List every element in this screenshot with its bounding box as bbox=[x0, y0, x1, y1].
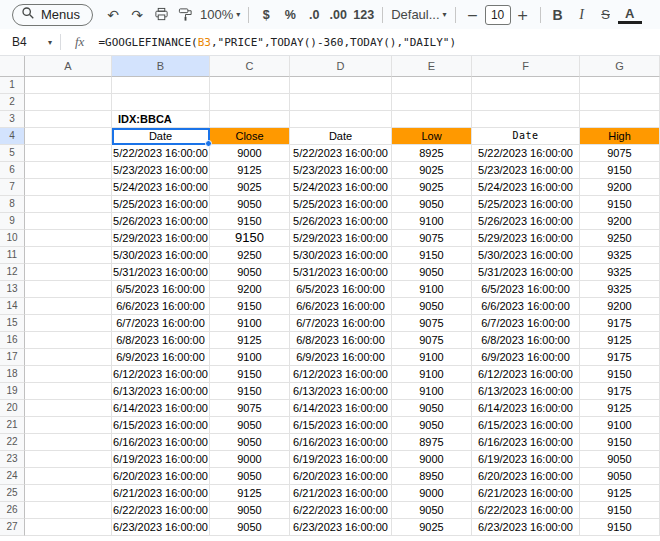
cell-G14[interactable]: 9200 bbox=[580, 298, 660, 315]
cell-E18[interactable]: 9100 bbox=[392, 366, 472, 383]
format-currency-button[interactable]: $ bbox=[254, 3, 278, 27]
column-header-C[interactable]: C bbox=[210, 56, 290, 77]
cell-A7[interactable] bbox=[25, 179, 112, 196]
cell-G24[interactable]: 9050 bbox=[580, 468, 660, 485]
cell-A9[interactable] bbox=[25, 213, 112, 230]
cell-F1[interactable] bbox=[472, 77, 580, 94]
row-header-27[interactable]: 27 bbox=[0, 519, 25, 536]
row-header-17[interactable]: 17 bbox=[0, 349, 25, 366]
cell-C23[interactable]: 9000 bbox=[210, 451, 290, 468]
cell-G19[interactable]: 9175 bbox=[580, 383, 660, 400]
cell-E13[interactable]: 9100 bbox=[392, 281, 472, 298]
cell-D26[interactable]: 6/22/2023 16:00:00 bbox=[290, 502, 392, 519]
cell-E7[interactable]: 9025 bbox=[392, 179, 472, 196]
cell-D6[interactable]: 5/23/2023 16:00:00 bbox=[290, 162, 392, 179]
cell-A8[interactable] bbox=[25, 196, 112, 213]
cell-G5[interactable]: 9075 bbox=[580, 145, 660, 162]
cell-B18[interactable]: 6/12/2023 16:00:00 bbox=[112, 366, 210, 383]
cell-C1[interactable] bbox=[210, 77, 290, 94]
row-header-25[interactable]: 25 bbox=[0, 485, 25, 502]
cell-E9[interactable]: 9100 bbox=[392, 213, 472, 230]
row-header-24[interactable]: 24 bbox=[0, 468, 25, 485]
cell-G22[interactable]: 9150 bbox=[580, 434, 660, 451]
row-header-20[interactable]: 20 bbox=[0, 400, 25, 417]
row-header-26[interactable]: 26 bbox=[0, 502, 25, 519]
cell-F16[interactable]: 6/8/2023 16:00:00 bbox=[472, 332, 580, 349]
cell-A18[interactable] bbox=[25, 366, 112, 383]
cell-D5[interactable]: 5/22/2023 16:00:00 bbox=[290, 145, 392, 162]
row-header-21[interactable]: 21 bbox=[0, 417, 25, 434]
cell-F10[interactable]: 5/29/2023 16:00:00 bbox=[472, 230, 580, 247]
cell-D12[interactable]: 5/31/2023 16:00:00 bbox=[290, 264, 392, 281]
row-header-1[interactable]: 1 bbox=[0, 77, 25, 94]
cell-D14[interactable]: 6/6/2023 16:00:00 bbox=[290, 298, 392, 315]
cell-E25[interactable]: 9000 bbox=[392, 485, 472, 502]
column-header-D[interactable]: D bbox=[290, 56, 392, 77]
row-header-9[interactable]: 9 bbox=[0, 213, 25, 230]
cell-A11[interactable] bbox=[25, 247, 112, 264]
cell-C26[interactable]: 9050 bbox=[210, 502, 290, 519]
row-header-3[interactable]: 3 bbox=[0, 111, 25, 128]
cell-D4[interactable]: Date bbox=[290, 128, 392, 145]
cell-C7[interactable]: 9025 bbox=[210, 179, 290, 196]
cell-G17[interactable]: 9175 bbox=[580, 349, 660, 366]
cell-D10[interactable]: 5/29/2023 16:00:00 bbox=[290, 230, 392, 247]
cell-G6[interactable]: 9150 bbox=[580, 162, 660, 179]
cell-B9[interactable]: 5/26/2023 16:00:00 bbox=[112, 213, 210, 230]
column-header-E[interactable]: E bbox=[392, 56, 472, 77]
row-header-15[interactable]: 15 bbox=[0, 315, 25, 332]
cell-A2[interactable] bbox=[25, 94, 112, 111]
cell-D13[interactable]: 6/5/2023 16:00:00 bbox=[290, 281, 392, 298]
cell-E11[interactable]: 9150 bbox=[392, 247, 472, 264]
cell-C24[interactable]: 9050 bbox=[210, 468, 290, 485]
cell-E3[interactable] bbox=[392, 111, 472, 128]
cell-D1[interactable] bbox=[290, 77, 392, 94]
cell-B26[interactable]: 6/22/2023 16:00:00 bbox=[112, 502, 210, 519]
cell-G16[interactable]: 9125 bbox=[580, 332, 660, 349]
cell-B19[interactable]: 6/13/2023 16:00:00 bbox=[112, 383, 210, 400]
cell-G15[interactable]: 9175 bbox=[580, 315, 660, 332]
row-header-5[interactable]: 5 bbox=[0, 145, 25, 162]
cell-E17[interactable]: 9100 bbox=[392, 349, 472, 366]
column-header-B[interactable]: B bbox=[112, 56, 210, 77]
cell-C16[interactable]: 9125 bbox=[210, 332, 290, 349]
cell-B4[interactable]: Date bbox=[112, 128, 210, 145]
cell-B8[interactable]: 5/25/2023 16:00:00 bbox=[112, 196, 210, 213]
cell-A24[interactable] bbox=[25, 468, 112, 485]
cell-G12[interactable]: 9325 bbox=[580, 264, 660, 281]
cell-D17[interactable]: 6/9/2023 16:00:00 bbox=[290, 349, 392, 366]
more-formats-button[interactable]: 123 bbox=[350, 3, 377, 27]
row-header-23[interactable]: 23 bbox=[0, 451, 25, 468]
column-header-G[interactable]: G bbox=[580, 56, 660, 77]
cell-D2[interactable] bbox=[290, 94, 392, 111]
cell-G27[interactable]: 9150 bbox=[580, 519, 660, 536]
cell-G9[interactable]: 9200 bbox=[580, 213, 660, 230]
cell-F11[interactable]: 5/30/2023 16:00:00 bbox=[472, 247, 580, 264]
cell-E15[interactable]: 9075 bbox=[392, 315, 472, 332]
cell-E5[interactable]: 8925 bbox=[392, 145, 472, 162]
cell-G11[interactable]: 9325 bbox=[580, 247, 660, 264]
cell-A10[interactable] bbox=[25, 230, 112, 247]
cell-C9[interactable]: 9150 bbox=[210, 213, 290, 230]
cell-C5[interactable]: 9000 bbox=[210, 145, 290, 162]
cell-B24[interactable]: 6/20/2023 16:00:00 bbox=[112, 468, 210, 485]
cell-C15[interactable]: 9100 bbox=[210, 315, 290, 332]
cell-F25[interactable]: 6/21/2023 16:00:00 bbox=[472, 485, 580, 502]
cell-A6[interactable] bbox=[25, 162, 112, 179]
cell-F3[interactable] bbox=[472, 111, 580, 128]
row-header-2[interactable]: 2 bbox=[0, 94, 25, 111]
cell-A12[interactable] bbox=[25, 264, 112, 281]
cell-E4[interactable]: Low bbox=[392, 128, 472, 145]
cell-A22[interactable] bbox=[25, 434, 112, 451]
cell-G26[interactable]: 9150 bbox=[580, 502, 660, 519]
row-header-8[interactable]: 8 bbox=[0, 196, 25, 213]
select-all-corner[interactable] bbox=[0, 56, 25, 77]
cell-B17[interactable]: 6/9/2023 16:00:00 bbox=[112, 349, 210, 366]
cell-B13[interactable]: 6/5/2023 16:00:00 bbox=[112, 281, 210, 298]
cell-D18[interactable]: 6/12/2023 16:00:00 bbox=[290, 366, 392, 383]
cell-G8[interactable]: 9150 bbox=[580, 196, 660, 213]
cell-C17[interactable]: 9100 bbox=[210, 349, 290, 366]
cell-F17[interactable]: 6/9/2023 16:00:00 bbox=[472, 349, 580, 366]
cell-B7[interactable]: 5/24/2023 16:00:00 bbox=[112, 179, 210, 196]
cell-F13[interactable]: 6/5/2023 16:00:00 bbox=[472, 281, 580, 298]
